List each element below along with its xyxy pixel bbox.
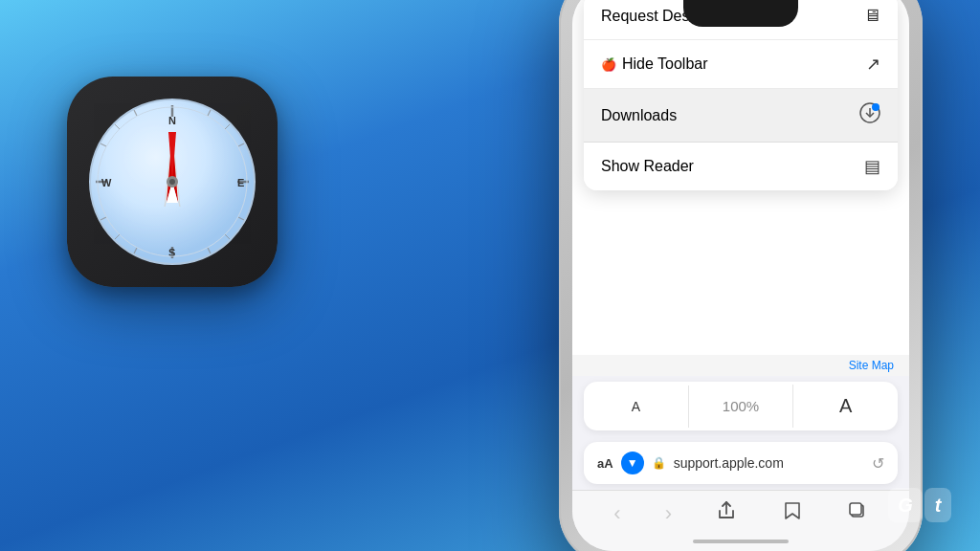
phone-notch <box>683 0 798 27</box>
arrow-icon: ↗ <box>866 54 880 75</box>
lock-icon: 🔒 <box>652 456 666 470</box>
svg-point-32 <box>872 103 880 111</box>
menu-item-downloads[interactable]: Downloads <box>584 89 898 143</box>
tabs-button[interactable] <box>847 500 868 527</box>
font-percent: 100% <box>689 385 794 428</box>
phone-frame: 9:41 ▲ WiFi ■■ Site Map <box>559 0 923 551</box>
large-a-label: A <box>839 395 852 417</box>
back-button[interactable]: ‹ <box>613 501 620 526</box>
address-bar[interactable]: aA ▼ 🔒 support.apple.com ↺ <box>584 442 898 484</box>
phone-mockup: 9:41 ▲ WiFi ■■ Site Map <box>559 0 923 551</box>
home-indicator <box>693 540 789 543</box>
download-icon <box>859 102 880 128</box>
dropdown-menu: Request Desktop Website 🖥 🍎 Hide Toolbar… <box>572 0 909 198</box>
down-arrow-icon: ▼ <box>627 456 638 470</box>
reload-icon[interactable]: ↺ <box>872 454 884 473</box>
download-badge: ▼ <box>621 452 644 474</box>
watermark: G t <box>888 488 951 522</box>
svg-point-29 <box>169 179 175 185</box>
compass-svg: N S W E <box>86 96 258 268</box>
watermark-g: G <box>888 488 923 522</box>
screen-content: 9:41 ▲ WiFi ■■ Site Map <box>572 0 909 551</box>
reader-icon: ▤ <box>864 156 880 177</box>
svg-rect-34 <box>850 503 861 515</box>
percent-label: 100% <box>723 398 759 414</box>
menu-item-label: Hide Toolbar <box>622 55 866 73</box>
safari-app-icon: N S W E <box>67 77 278 287</box>
apple-logo: 🍎 <box>601 57 616 72</box>
site-map-area: Site Map <box>572 355 909 376</box>
menu-item-show-reader[interactable]: Show Reader ▤ <box>584 143 898 190</box>
desktop-icon: 🖥 <box>863 6 880 26</box>
site-map-link[interactable]: Site Map <box>849 359 894 372</box>
increase-font-button[interactable]: A <box>793 382 898 430</box>
menu-container: Request Desktop Website 🖥 🍎 Hide Toolbar… <box>584 0 898 190</box>
forward-button[interactable]: › <box>665 501 672 526</box>
menu-item-hide-toolbar[interactable]: 🍎 Hide Toolbar ↗ <box>584 40 898 89</box>
share-button[interactable] <box>716 500 737 527</box>
phone-screen: 9:41 ▲ WiFi ■■ Site Map <box>572 0 909 551</box>
aa-button[interactable]: aA <box>597 456 613 471</box>
bookmarks-button[interactable] <box>782 500 803 527</box>
menu-item-label: Show Reader <box>601 158 694 175</box>
svg-text:E: E <box>237 177 244 188</box>
decrease-font-button[interactable]: A <box>584 386 689 428</box>
safari-icon-container: N S W E <box>67 77 278 287</box>
url-text: support.apple.com <box>674 455 864 471</box>
font-size-row: A 100% A <box>584 382 898 430</box>
small-a-label: A <box>632 399 640 414</box>
watermark-t: t <box>924 488 951 522</box>
download-svg <box>859 102 880 123</box>
svg-text:N: N <box>168 115 176 126</box>
menu-item-label: Downloads <box>601 107 677 124</box>
svg-text:W: W <box>101 177 112 188</box>
